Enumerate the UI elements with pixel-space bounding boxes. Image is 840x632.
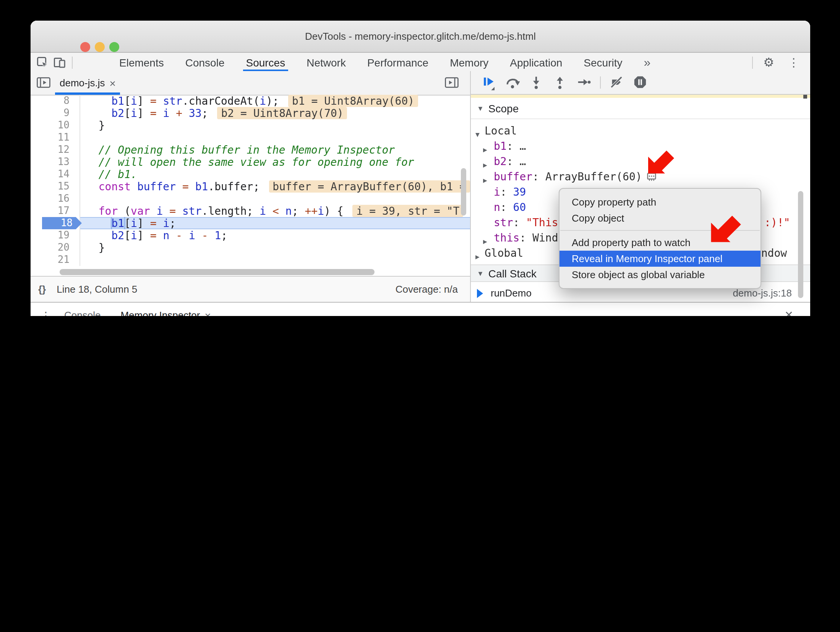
line-number[interactable]: 12 [31, 144, 80, 156]
drawer-menu-kebab-icon[interactable]: ⋮ [40, 309, 52, 316]
code-token [169, 229, 176, 241]
editor-status-bar: {} Line 18, Column 5 Coverage: n/a [31, 276, 470, 302]
scope-value: 60 [513, 201, 526, 213]
code-token [169, 107, 176, 119]
step-over-button[interactable] [505, 75, 521, 90]
line-number[interactable]: 14 [31, 168, 80, 180]
tab-performance[interactable]: Performance [367, 53, 428, 72]
scope-row-buffer[interactable]: ▶buffer: ArrayBuffer(60) [471, 169, 810, 184]
editor-vertical-scrollbar[interactable] [461, 168, 466, 216]
collapse-triangle-icon[interactable]: ▼ [477, 104, 484, 112]
line-number[interactable]: 17 [31, 205, 80, 217]
red-annotation-arrow-icon [709, 209, 744, 244]
tab-memory[interactable]: Memory [450, 53, 488, 72]
code-token: ; [169, 217, 176, 229]
sources-editor-pane: demo-js.js × 8 b1[i] = str.charCodeAt(i)… [31, 71, 470, 302]
line-number[interactable]: 19 [31, 229, 80, 241]
line-number[interactable]: 10 [31, 119, 80, 131]
step-out-button[interactable] [553, 75, 568, 90]
code-token: .charCodeAt( [182, 95, 259, 107]
code-token [195, 229, 202, 241]
collapsed-triangle-icon[interactable]: ▶ [475, 249, 480, 264]
deactivate-breakpoints-button[interactable] [609, 75, 624, 90]
line-number[interactable]: 13 [31, 156, 80, 168]
scope-section-header[interactable]: ▼ Scope [471, 98, 810, 119]
line-number[interactable]: 15 [31, 180, 80, 193]
show-navigator-icon[interactable] [37, 77, 50, 88]
code-token: - [176, 229, 182, 241]
main-menu-kebab-icon[interactable]: ⋮ [788, 55, 799, 69]
show-debugger-sidebar-icon[interactable] [445, 77, 459, 88]
resume-script-button[interactable] [482, 75, 497, 90]
close-window-button[interactable] [80, 42, 90, 52]
pretty-print-icon[interactable]: {} [38, 284, 46, 295]
close-drawer-tab-icon[interactable]: × [205, 309, 211, 316]
tab-network[interactable]: Network [306, 53, 346, 72]
tab-security[interactable]: Security [584, 53, 622, 72]
debugger-sidebar: ▼ Scope ▼Local▶b1: …▶b2: …▶buffer: Array… [470, 71, 810, 302]
code-token: = [150, 229, 157, 241]
menu-item-copy-property-path[interactable]: Copy property path [559, 194, 761, 210]
scope-row-b2[interactable]: ▶b2: … [471, 154, 810, 169]
code-token: i [163, 217, 169, 229]
colon: : [507, 155, 520, 167]
menu-item-store-object-as-global-variable[interactable]: Store object as global variable [559, 267, 761, 283]
settings-gear-icon[interactable]: ⚙ [763, 55, 774, 70]
step-button[interactable] [576, 75, 592, 90]
tab-console[interactable]: Console [185, 53, 225, 72]
tab-elements[interactable]: Elements [119, 53, 164, 72]
code-token: i [131, 217, 137, 229]
scope-row-Local[interactable]: ▼Local [471, 123, 810, 138]
line-number[interactable]: 8 [31, 95, 80, 107]
code-token: i [131, 229, 137, 241]
drawer-tab-memory-inspector[interactable]: Memory Inspector× [120, 303, 211, 316]
sidebar-vertical-scrollbar[interactable] [798, 191, 803, 298]
code-line-content: b1[i] = str.charCodeAt(i);b1 = Uint8Arra… [80, 95, 470, 107]
code-token: i [259, 95, 266, 107]
tab-sources[interactable]: Sources [246, 53, 285, 72]
colon: : [532, 170, 545, 183]
line-number[interactable]: 21 [31, 254, 80, 266]
tab-application[interactable]: Application [510, 53, 562, 72]
toolbar-divider [600, 76, 601, 89]
drawer-tab-console[interactable]: Console [64, 303, 101, 316]
more-tabs-button[interactable]: » [644, 55, 651, 69]
toolbar-divider [72, 56, 73, 68]
file-tab-demo-js[interactable]: demo-js.js × [60, 71, 116, 95]
scope-title: Scope [488, 102, 519, 114]
zoom-window-button[interactable] [109, 42, 119, 52]
code-token: [ [124, 107, 131, 119]
red-annotation-arrow-icon [647, 144, 677, 175]
scope-key: b2 [494, 155, 507, 167]
code-token [176, 180, 182, 193]
line-number[interactable]: 11 [31, 131, 80, 144]
scope-key: b1 [494, 140, 507, 152]
titlebar[interactable]: DevTools - memory-inspector.glitch.me/de… [31, 21, 810, 53]
minimize-window-button[interactable] [95, 42, 105, 52]
line-number[interactable]: 16 [31, 193, 80, 205]
menu-item-reveal-in-memory-inspector-panel[interactable]: Reveal in Memory Inspector panel [559, 251, 761, 267]
code-token: b1 [111, 217, 124, 229]
code-token: i [259, 205, 266, 217]
collapse-triangle-icon[interactable]: ▼ [477, 269, 484, 277]
file-tab-label: demo-js.js [60, 77, 105, 89]
code-token: [ [124, 95, 131, 107]
pause-on-exceptions-button[interactable] [633, 75, 648, 90]
scope-row-b1[interactable]: ▶b1: … [471, 138, 810, 154]
step-into-button[interactable] [529, 75, 544, 90]
line-number[interactable]: 18 [31, 217, 80, 229]
main-tab-bar: ElementsConsoleSourcesNetworkPerformance… [31, 53, 810, 73]
code-token: ; [221, 229, 227, 241]
device-toolbar-icon[interactable] [54, 56, 66, 68]
code-token: const [99, 180, 131, 193]
code-token [182, 107, 189, 119]
code-token: ); [266, 95, 279, 107]
code-token [157, 95, 163, 107]
close-file-tab-icon[interactable]: × [110, 77, 116, 89]
close-drawer-icon[interactable]: ✕ [785, 309, 793, 316]
code-editor[interactable]: 8 b1[i] = str.charCodeAt(i);b1 = Uint8Ar… [31, 95, 470, 266]
horizontal-scrollbar[interactable] [60, 269, 375, 275]
inspect-icon[interactable] [37, 56, 49, 68]
line-number[interactable]: 9 [31, 107, 80, 119]
line-number[interactable]: 20 [31, 241, 80, 254]
